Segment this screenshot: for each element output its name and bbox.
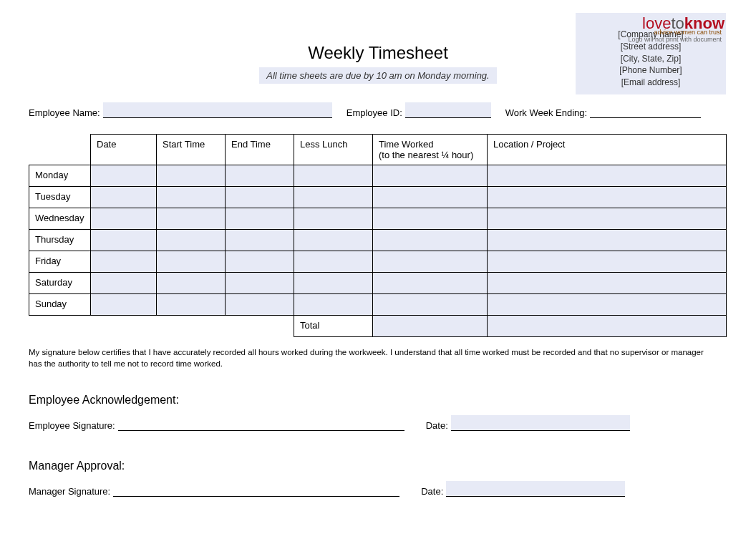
- cell-date[interactable]: [91, 251, 157, 273]
- manager-sig-label: Manager Signature:: [29, 486, 110, 497]
- cell-lunch[interactable]: [294, 251, 373, 273]
- table-row: Monday: [29, 165, 727, 187]
- table-row: Wednesday: [29, 208, 727, 230]
- total-row: Total: [29, 316, 727, 337]
- header-start: Start Time: [157, 135, 226, 165]
- cell-date[interactable]: [91, 273, 157, 294]
- cell-start[interactable]: [157, 251, 226, 273]
- day-label: Wednesday: [29, 208, 91, 230]
- total-location[interactable]: [488, 316, 727, 337]
- cell-start[interactable]: [157, 187, 226, 208]
- cell-date[interactable]: [91, 165, 157, 187]
- cell-end[interactable]: [226, 208, 294, 230]
- cell-date[interactable]: [91, 187, 157, 208]
- cell-start[interactable]: [157, 165, 226, 187]
- day-label: Monday: [29, 165, 91, 187]
- cell-start[interactable]: [157, 230, 226, 251]
- employee-id-field[interactable]: [405, 102, 491, 118]
- work-week-label: Work Week Ending:: [505, 107, 587, 118]
- cell-lunch[interactable]: [294, 294, 373, 316]
- timesheet-table: Date Start Time End Time Less Lunch Time…: [29, 134, 727, 337]
- day-label: Saturday: [29, 273, 91, 294]
- employee-name-field[interactable]: [103, 102, 332, 118]
- info-row: Employee Name: Employee ID: Work Week En…: [29, 102, 727, 118]
- cell-date[interactable]: [91, 230, 157, 251]
- company-city: [City, State, Zip]: [581, 53, 720, 65]
- employee-ack-heading: Employee Acknowledgement:: [29, 394, 727, 407]
- table-row: Friday: [29, 251, 727, 273]
- cell-end[interactable]: [226, 251, 294, 273]
- cell-date[interactable]: [91, 294, 157, 316]
- cell-start[interactable]: [157, 208, 226, 230]
- cell-date[interactable]: [91, 208, 157, 230]
- page: lovetoknow advice women can trust Logo w…: [0, 0, 756, 497]
- day-label: Thursday: [29, 230, 91, 251]
- employee-signature-field[interactable]: [118, 415, 404, 431]
- work-week-field[interactable]: [590, 102, 701, 118]
- day-label: Tuesday: [29, 187, 91, 208]
- table-row: Sunday: [29, 294, 727, 316]
- cell-worked[interactable]: [373, 294, 488, 316]
- employee-id-label: Employee ID:: [346, 107, 402, 118]
- cell-location[interactable]: [488, 230, 727, 251]
- header-worked: Time Worked (to the nearest ¼ hour): [373, 135, 488, 165]
- employee-date-field[interactable]: [451, 415, 630, 431]
- total-label: Total: [294, 316, 373, 337]
- logo-print-note: Logo will not print with document: [628, 36, 722, 43]
- company-phone: [Phone Number]: [581, 64, 720, 77]
- cell-end[interactable]: [226, 273, 294, 294]
- brand-tagline: advice women can trust: [654, 29, 722, 36]
- cell-end[interactable]: [226, 294, 294, 316]
- total-worked[interactable]: [373, 316, 488, 337]
- table-row: Saturday: [29, 273, 727, 294]
- cell-worked[interactable]: [373, 273, 488, 294]
- cell-location[interactable]: [488, 273, 727, 294]
- day-label: Sunday: [29, 294, 91, 316]
- cell-location[interactable]: [488, 187, 727, 208]
- header-lunch: Less Lunch: [294, 135, 373, 165]
- company-email: [Email address]: [581, 77, 720, 89]
- cell-location[interactable]: [488, 294, 727, 316]
- manager-date-field[interactable]: [446, 481, 625, 497]
- employee-sig-label: Employee Signature:: [29, 420, 115, 431]
- certification-text: My signature below certifies that I have…: [29, 347, 716, 369]
- cell-lunch[interactable]: [294, 230, 373, 251]
- cell-worked[interactable]: [373, 165, 488, 187]
- manager-approval-heading: Manager Approval:: [29, 460, 727, 472]
- employee-name-label: Employee Name:: [29, 107, 100, 118]
- cell-end[interactable]: [226, 187, 294, 208]
- cell-worked[interactable]: [373, 187, 488, 208]
- day-label: Friday: [29, 251, 91, 273]
- header-end: End Time: [226, 135, 294, 165]
- cell-lunch[interactable]: [294, 273, 373, 294]
- cell-end[interactable]: [226, 165, 294, 187]
- cell-lunch[interactable]: [294, 208, 373, 230]
- table-row: Thursday: [29, 230, 727, 251]
- cell-lunch[interactable]: [294, 165, 373, 187]
- cell-start[interactable]: [157, 273, 226, 294]
- header-date: Date: [91, 135, 157, 165]
- manager-date-label: Date:: [421, 486, 443, 497]
- cell-start[interactable]: [157, 294, 226, 316]
- cell-location[interactable]: [488, 251, 727, 273]
- cell-location[interactable]: [488, 165, 727, 187]
- cell-lunch[interactable]: [294, 187, 373, 208]
- table-row: Tuesday: [29, 187, 727, 208]
- employee-date-label: Date:: [426, 420, 448, 431]
- cell-location[interactable]: [488, 208, 727, 230]
- header-location: Location / Project: [488, 135, 727, 165]
- manager-signature-field[interactable]: [113, 481, 399, 497]
- cell-worked[interactable]: [373, 251, 488, 273]
- cell-worked[interactable]: [373, 208, 488, 230]
- cell-worked[interactable]: [373, 230, 488, 251]
- page-subtitle: All time sheets are due by 10 am on Mond…: [259, 67, 496, 84]
- cell-end[interactable]: [226, 230, 294, 251]
